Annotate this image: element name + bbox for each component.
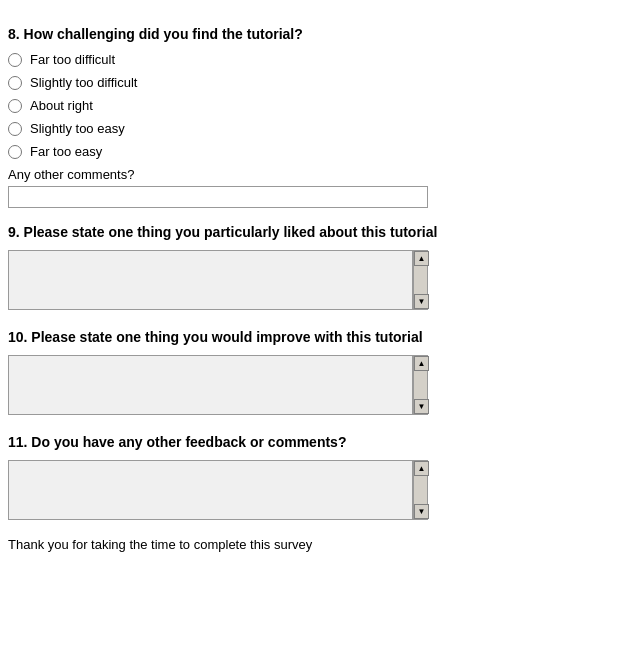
radio-option-slightly-too-difficult: Slightly too difficult	[8, 75, 634, 90]
question-10-scrollbar: ▲ ▼	[413, 355, 428, 415]
question-10: 10. Please state one thing you would imp…	[8, 329, 634, 418]
question-11-textarea[interactable]	[8, 460, 413, 520]
radio-label-about-right: About right	[30, 98, 93, 113]
thank-you-text: Thank you for taking the time to complet…	[8, 537, 634, 552]
question-11: 11. Do you have any other feedback or co…	[8, 434, 634, 523]
question-10-scroll-down[interactable]: ▼	[414, 399, 429, 414]
radio-option-about-right: About right	[8, 98, 634, 113]
question-9: 9. Please state one thing you particular…	[8, 224, 634, 313]
comments-input[interactable]	[8, 186, 428, 208]
question-10-textarea-wrapper: ▲ ▼	[8, 355, 428, 418]
comments-label: Any other comments?	[8, 167, 634, 182]
radio-option-far-too-easy: Far too easy	[8, 144, 634, 159]
question-8: 8. How challenging did you find the tuto…	[8, 26, 634, 208]
question-11-textarea-wrapper: ▲ ▼	[8, 460, 428, 523]
radio-far-too-difficult[interactable]	[8, 53, 22, 67]
question-10-textarea[interactable]	[8, 355, 413, 415]
question-9-scrollbar: ▲ ▼	[413, 250, 428, 310]
radio-option-far-too-difficult: Far too difficult	[8, 52, 634, 67]
question-10-title: 10. Please state one thing you would imp…	[8, 329, 634, 345]
radio-about-right[interactable]	[8, 99, 22, 113]
question-9-scroll-down[interactable]: ▼	[414, 294, 429, 309]
question-11-scroll-down[interactable]: ▼	[414, 504, 429, 519]
radio-option-slightly-too-easy: Slightly too easy	[8, 121, 634, 136]
question-11-scrollbar: ▲ ▼	[413, 460, 428, 520]
radio-label-far-too-easy: Far too easy	[30, 144, 102, 159]
radio-slightly-too-difficult[interactable]	[8, 76, 22, 90]
question-9-textarea[interactable]	[8, 250, 413, 310]
radio-slightly-too-easy[interactable]	[8, 122, 22, 136]
question-11-scroll-up[interactable]: ▲	[414, 461, 429, 476]
radio-far-too-easy[interactable]	[8, 145, 22, 159]
question-11-title: 11. Do you have any other feedback or co…	[8, 434, 634, 450]
radio-group-difficulty: Far too difficult Slightly too difficult…	[8, 52, 634, 159]
radio-label-slightly-too-easy: Slightly too easy	[30, 121, 125, 136]
radio-label-slightly-too-difficult: Slightly too difficult	[30, 75, 137, 90]
question-8-title: 8. How challenging did you find the tuto…	[8, 26, 634, 42]
question-9-textarea-wrapper: ▲ ▼	[8, 250, 428, 313]
question-9-scroll-up[interactable]: ▲	[414, 251, 429, 266]
question-10-scroll-up[interactable]: ▲	[414, 356, 429, 371]
question-9-title: 9. Please state one thing you particular…	[8, 224, 634, 240]
radio-label-far-too-difficult: Far too difficult	[30, 52, 115, 67]
